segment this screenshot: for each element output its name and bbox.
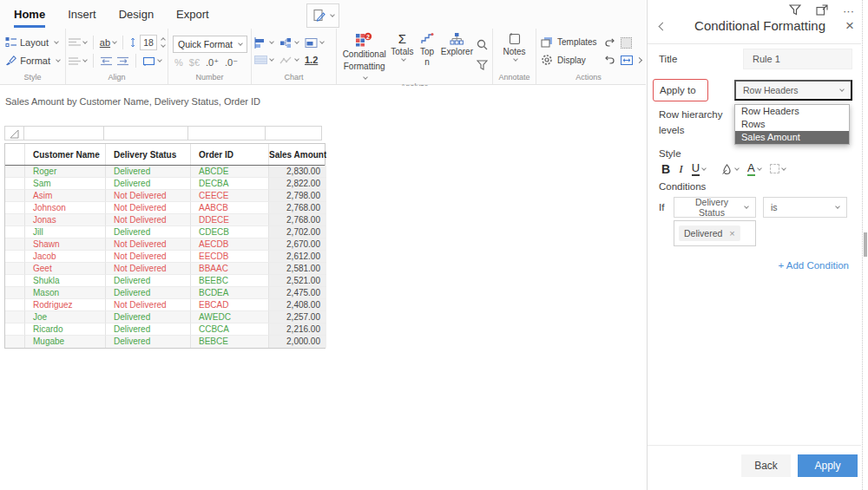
- chevron-down-icon: [82, 57, 88, 62]
- tab-export[interactable]: Export: [176, 8, 209, 28]
- conditional-formatting-button[interactable]: 2 Conditional Formatting: [339, 30, 389, 82]
- expand-chevron-button[interactable]: [633, 50, 643, 67]
- bar-chart-icon: [254, 37, 267, 49]
- apply-button[interactable]: Apply: [798, 454, 858, 477]
- undo-button[interactable]: [604, 38, 615, 48]
- bar-chart-button[interactable]: [254, 37, 273, 49]
- table-row[interactable]: RogerDeliveredABCDE2,830.00: [5, 166, 325, 178]
- close-icon[interactable]: ×: [845, 18, 854, 33]
- fit-width-button[interactable]: [621, 56, 633, 65]
- italic-button[interactable]: I: [675, 161, 687, 177]
- fit-screen-icon[interactable]: [621, 37, 632, 49]
- vertical-align-button[interactable]: [69, 38, 87, 46]
- undo-icon: [604, 38, 615, 48]
- notes-button[interactable]: Notes: [501, 30, 527, 72]
- text-box-button[interactable]: [142, 56, 161, 66]
- sparkline-button[interactable]: [279, 56, 299, 65]
- decrease-indent-icon[interactable]: [100, 56, 113, 66]
- back-button[interactable]: Back: [741, 454, 791, 477]
- add-condition-link[interactable]: + Add Condition: [778, 260, 849, 271]
- search-button[interactable]: [477, 39, 488, 50]
- filter-cell[interactable]: [23, 126, 104, 140]
- table-row[interactable]: JacobNot DeliveredEECDB2,612.00: [5, 251, 325, 263]
- percent-format-button[interactable]: %: [174, 57, 183, 68]
- decrease-decimal-button[interactable]: .0⁻: [225, 57, 238, 69]
- tab-design[interactable]: Design: [119, 8, 154, 28]
- table-style-button[interactable]: [254, 56, 273, 64]
- explorer-button[interactable]: Explorer: [439, 30, 475, 57]
- table-row[interactable]: AsimNot DeliveredCEECE2,798.00: [5, 190, 325, 202]
- table-row[interactable]: JoeDeliveredAWEDC2,257.00: [5, 311, 325, 323]
- font-size-stepper[interactable]: [161, 38, 165, 47]
- tab-insert[interactable]: Insert: [68, 8, 96, 28]
- apply-to-option-sales-amount[interactable]: Sales Amount: [735, 131, 849, 144]
- cell-sales-amount: 2,257.00: [269, 311, 326, 323]
- panel-scrollbar[interactable]: [862, 0, 868, 490]
- chart-window-button[interactable]: [305, 37, 324, 49]
- table-row[interactable]: RodriguezNot DeliveredEBCAD2,408.00: [5, 299, 325, 311]
- cell-customer-name: Ricardo: [25, 323, 106, 336]
- hierarchy-chart-button[interactable]: [279, 37, 299, 49]
- apply-to-option-row-headers[interactable]: Row Headers: [735, 105, 849, 118]
- condition-field-dropdown[interactable]: Delivery Status: [674, 197, 756, 218]
- filter-button[interactable]: [477, 60, 488, 70]
- text-options-button[interactable]: ab: [100, 37, 116, 48]
- apply-to-dropdown[interactable]: Row Headers: [734, 80, 852, 101]
- table-row[interactable]: JillDeliveredCDECB2,702.00: [5, 226, 325, 238]
- filter-cell[interactable]: [187, 126, 266, 140]
- column-header[interactable]: Sales Amount: [269, 144, 326, 165]
- increase-indent-icon[interactable]: [116, 56, 129, 66]
- table-row[interactable]: MasonDeliveredBCDEA2,475.00: [5, 287, 325, 299]
- decimal-display-button[interactable]: 1.2: [305, 55, 318, 65]
- panel-back-button[interactable]: [656, 19, 674, 32]
- table-row[interactable]: JonasNot DeliveredDDECE2,768.00: [5, 214, 325, 226]
- display-button[interactable]: Display: [539, 53, 599, 67]
- borders-button[interactable]: [766, 163, 789, 174]
- edit-mode-button[interactable]: [306, 3, 339, 28]
- remove-value-icon[interactable]: ×: [729, 229, 734, 238]
- totals-button[interactable]: Σ Totals: [389, 30, 415, 61]
- cell-delivery-status: Not Delivered: [106, 202, 191, 214]
- filter-cell[interactable]: [265, 126, 322, 140]
- more-options-icon[interactable]: ···: [843, 5, 854, 16]
- bold-button[interactable]: B: [658, 161, 674, 177]
- condition-value-box[interactable]: Delivered ×: [674, 220, 756, 246]
- table-row[interactable]: SamDeliveredDECBA2,822.00: [5, 178, 325, 190]
- templates-button[interactable]: Templates: [539, 36, 599, 49]
- filter-icon[interactable]: [789, 4, 801, 17]
- underline-button[interactable]: U: [688, 160, 709, 177]
- increase-decimal-button[interactable]: .0⁺: [206, 57, 219, 69]
- fill-color-button[interactable]: [718, 162, 742, 176]
- tab-home[interactable]: Home: [14, 8, 45, 28]
- quick-format-dropdown[interactable]: Quick Format: [173, 36, 247, 53]
- font-color-button[interactable]: A: [744, 160, 765, 177]
- table-corner-cell[interactable]: [4, 126, 24, 140]
- table-row[interactable]: ShuklaDeliveredBEEBC2,521.00: [5, 275, 325, 287]
- table-row[interactable]: GeetNot DeliveredBBAAC2,581.00: [5, 263, 325, 275]
- table-grid: Customer NameDelivery StatusOrder IDSale…: [4, 143, 326, 349]
- font-size-field[interactable]: 18: [140, 35, 157, 50]
- column-header[interactable]: Order ID: [191, 144, 269, 165]
- apply-to-option-rows[interactable]: Rows: [735, 118, 849, 131]
- divider: [122, 36, 123, 49]
- rule-title-input[interactable]: [743, 49, 852, 69]
- column-header[interactable]: Delivery Status: [106, 144, 191, 165]
- condition-operator-dropdown[interactable]: is: [763, 197, 847, 218]
- table-row[interactable]: MugabeDeliveredBEBCE2,000.00: [5, 336, 325, 348]
- table-row[interactable]: RicardoDeliveredCCBCA2,216.00: [5, 323, 325, 336]
- redo-button[interactable]: [604, 56, 615, 65]
- chevron-down-icon: [82, 39, 88, 44]
- scrollbar-thumb[interactable]: [864, 232, 867, 257]
- cell-order-id: EBCAD: [191, 299, 269, 311]
- currency-format-button[interactable]: $€: [189, 57, 200, 68]
- table-row[interactable]: JohnsonNot DeliveredAABCB2,768.00: [5, 202, 325, 214]
- format-button[interactable]: Format: [3, 54, 62, 67]
- column-header[interactable]: Customer Name: [25, 144, 106, 165]
- filter-cell[interactable]: [103, 126, 188, 140]
- table-row[interactable]: ShawnNot DeliveredAECDB2,670.00: [5, 238, 325, 251]
- popout-icon[interactable]: [816, 4, 828, 17]
- top-n-button[interactable]: Top n: [415, 30, 438, 67]
- horizontal-align-button[interactable]: [69, 57, 87, 65]
- layout-button[interactable]: Layout: [3, 36, 62, 49]
- row-height-icon[interactable]: [129, 36, 136, 49]
